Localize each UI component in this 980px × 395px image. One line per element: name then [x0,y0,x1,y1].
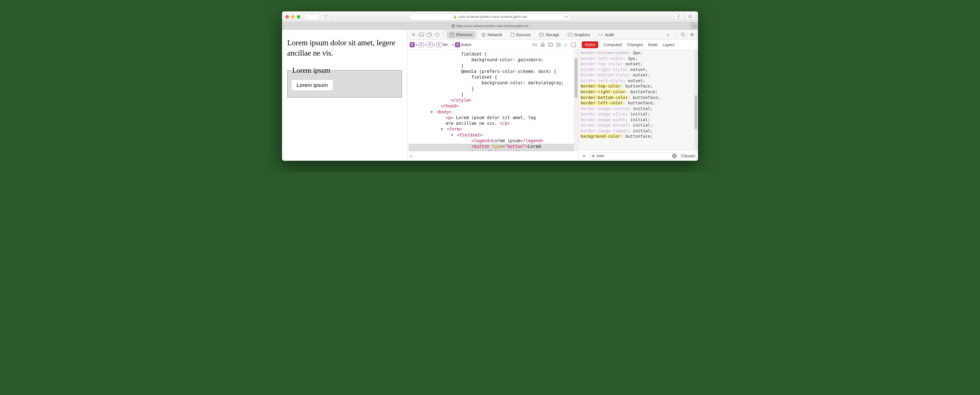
breadcrumb-row: E› E› E› Efiel…› Ebutton [407,40,578,49]
content-area: Lorem ipsum dolor sit amet, legere ancil… [282,30,698,161]
svg-rect-28 [542,43,544,44]
sidebar-toggle-button[interactable] [322,14,331,20]
close-devtools-button[interactable]: ✕ [410,32,417,38]
svg-rect-15 [450,33,454,37]
crumb-2[interactable]: E [428,42,433,47]
close-window-button[interactable] [285,15,289,19]
paint-icon[interactable] [564,43,568,47]
svg-rect-33 [559,43,560,44]
address-bar[interactable]: 🔒 color-scheme-prefers-color-scheme.glit… [410,13,570,20]
styles-tab-styles[interactable]: Styles [582,41,598,48]
browser-window: ‹ › 🔒 color-scheme-prefers-color-scheme.… [282,11,698,161]
styles-scrollbar[interactable] [694,49,698,150]
minimize-window-button[interactable] [291,15,294,19]
ruler-icon[interactable] [533,43,537,47]
tab-sources[interactable]: Sources [508,31,534,39]
styles-filter-value: color [597,154,605,158]
zoom-window-button[interactable] [297,15,300,19]
svg-point-18 [482,33,485,37]
styles-pane: Styles Computed Changes Node Layers bord… [578,40,698,161]
styles-footer: ＋ ⊜ color ✕ Classes [578,150,698,161]
lock-icon: 🔒 [453,15,457,18]
overflow-tabs-button[interactable]: » [665,32,671,38]
tab-strip: C https://color-scheme-prefers-color-sch… [282,22,698,30]
settings-button[interactable]: ⚙ [689,32,695,38]
filter-icon: ⊜ [592,154,595,158]
svg-rect-35 [559,45,560,46]
svg-rect-32 [557,43,558,44]
print-icon[interactable] [541,43,545,47]
svg-rect-34 [557,45,558,46]
svg-rect-23 [533,44,537,46]
crumb-4[interactable]: Ebutton [455,42,471,47]
address-bar-text: color-scheme-prefers-color-scheme.glitch… [458,15,527,19]
tabs-overview-button[interactable] [686,14,695,20]
tab-graphics[interactable]: Graphics [564,31,593,39]
compositing-borders-icon[interactable] [571,43,576,47]
classes-toggle-button[interactable]: Classes [681,154,695,158]
svg-point-19 [539,32,543,34]
page-button[interactable]: Lorem ipsum [291,80,333,91]
rendered-page: Lorem ipsum dolor sit amet, legere ancil… [282,30,407,161]
console-prompt[interactable]: › [407,151,578,161]
grid-icon[interactable] [556,43,560,47]
svg-rect-4 [689,16,692,18]
nav-back-forward: ‹ › [304,13,320,20]
tab-network-label: Network [487,32,502,37]
new-rule-button[interactable]: ＋ [581,152,587,159]
tab-storage[interactable]: Storage [536,31,563,39]
styles-filter-input[interactable]: ⊜ color ✕ [590,153,678,159]
forward-button[interactable]: › [312,14,319,20]
dom-tree[interactable]: fieldset { background-color: gainsboro; … [407,49,578,151]
tab-storage-label: Storage [545,32,559,37]
crumb-3[interactable]: Efiel… [436,42,451,47]
new-tab-button[interactable]: + [690,22,698,30]
tab-audit[interactable]: Audit [595,31,617,39]
page-paragraph: Lorem ipsum dolor sit amet, legere ancil… [287,38,402,59]
svg-rect-0 [325,15,328,18]
device-icon[interactable] [549,43,553,46]
window-controls [285,15,300,19]
devtools: ✕ Elements Network Sources [407,30,698,161]
crumb-1[interactable]: E [418,42,424,47]
tab-label[interactable]: https://color-scheme-prefers-color-schem… [457,24,529,28]
reload-button[interactable]: ⟳ [565,15,568,19]
inspect-element-button[interactable] [434,32,441,38]
devtools-toolbar: ✕ Elements Network Sources [407,30,698,40]
styles-tab-computed[interactable]: Computed [603,43,622,47]
back-button[interactable]: ‹ [305,14,312,20]
clear-filter-button[interactable]: ✕ [672,154,676,158]
svg-line-22 [684,35,685,37]
svg-rect-6 [419,33,424,37]
tab-audit-label: Audit [605,32,614,37]
dom-scrollbar[interactable] [574,49,578,151]
svg-rect-31 [549,44,552,46]
page-fieldset: Lorem ipsum Lorem ipsum [287,66,402,98]
tab-network[interactable]: Network [478,31,505,39]
tab-elements[interactable]: Elements [446,31,476,39]
dock-popout-button[interactable] [426,32,433,38]
share-button[interactable] [675,14,683,20]
titlebar: ‹ › 🔒 color-scheme-prefers-color-scheme.… [282,11,698,22]
svg-rect-9 [427,33,431,37]
tab-favicon: C [452,24,455,28]
page-form: Lorem ipsum Lorem ipsum [287,66,402,98]
svg-rect-5 [689,15,691,18]
tab-graphics-label: Graphics [574,32,590,37]
crumb-0[interactable]: E [410,42,415,47]
dock-side-button[interactable] [418,32,425,38]
styles-tab-node[interactable]: Node [648,43,657,47]
search-button[interactable] [680,32,686,38]
console-chevron-icon: › [410,154,412,159]
dom-pane: E› E› E› Efiel…› Ebutton [407,40,578,161]
tab-sources-label: Sources [516,32,531,37]
svg-point-21 [681,33,684,36]
styles-list[interactable]: border-bottom-width: 2px;border-left-wid… [578,49,698,150]
page-legend: Lorem ipsum [291,66,332,74]
styles-tab-changes[interactable]: Changes [627,43,643,47]
styles-tab-layers[interactable]: Layers [663,43,675,47]
tab-elements-label: Elements [456,32,473,37]
styles-tabbar: Styles Computed Changes Node Layers [578,40,698,49]
